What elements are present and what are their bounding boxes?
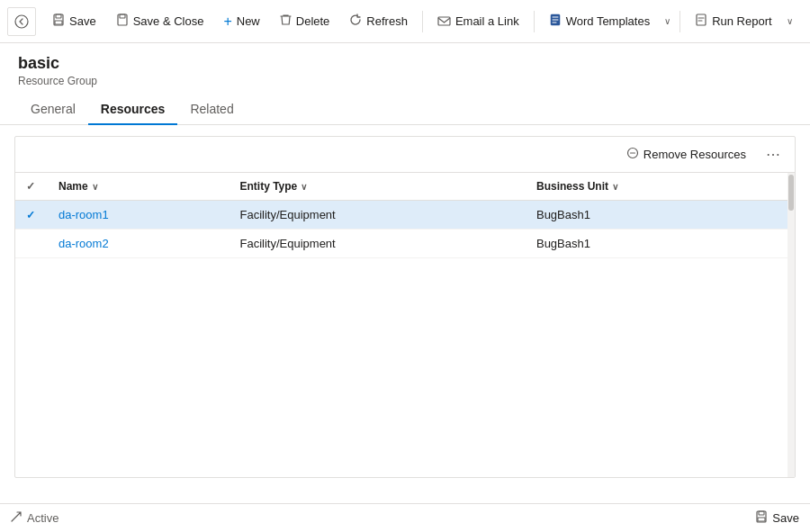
save-label: Save [69,14,96,28]
scrollbar[interactable] [788,173,795,477]
delete-icon [280,14,292,29]
resize-icon [11,511,22,525]
new-button[interactable]: + New [214,8,268,35]
separator3 [680,11,680,32]
main-content: Remove Resources ⋯ ✓ [0,125,810,503]
more-icon: ⋯ [766,147,780,162]
svg-rect-6 [438,17,450,25]
run-report-label: Run Report [712,14,771,28]
refresh-label: Refresh [366,14,408,28]
chevron-down-icon: ∨ [664,16,670,26]
tabs: General Resources Related [0,95,810,125]
status-save-icon [755,510,768,526]
sort-arrow-name: ∨ [92,182,98,192]
row1-checkbox[interactable]: ✓ [15,201,48,230]
report-icon [695,14,707,29]
table-row[interactable]: ✓ da-room2 Facility/Equipment BugBash1 [15,230,788,258]
refresh-button[interactable]: Refresh [340,8,417,34]
tab-general[interactable]: General [18,95,88,125]
save-button[interactable]: Save [43,8,105,34]
row2-entity-type: Facility/Equipment [230,230,526,258]
word-icon [549,14,562,29]
row2-business-unit: BugBash1 [526,230,788,258]
remove-icon [626,147,639,162]
chevron-down-icon2: ∨ [787,16,793,26]
run-report-button-group: Run Report ∨ [686,8,796,34]
grid-container: Remove Resources ⋯ ✓ [14,136,796,478]
separator2 [534,11,535,32]
tab-related[interactable]: Related [177,95,246,125]
email-icon [437,14,451,29]
table-row[interactable]: ✓ da-room1 Facility/Equipment BugBash1 [15,201,788,230]
status-bar: Active Save [0,503,810,532]
svg-rect-2 [56,14,61,18]
sort-arrow-entity: ∨ [301,182,307,192]
delete-label: Delete [296,14,330,28]
email-link-label: Email a Link [455,14,519,28]
row2-name[interactable]: da-room2 [48,230,230,258]
status-label: Active [27,511,58,525]
delete-button[interactable]: Delete [271,8,339,34]
separator [422,11,423,32]
grid-table: ✓ Name ∨ Entity Type [15,173,788,258]
checkbox-header[interactable]: ✓ [15,173,48,201]
svg-rect-3 [55,21,62,24]
svg-rect-5 [120,14,125,18]
save-close-label: Save & Close [133,14,204,28]
save-close-button[interactable]: Save & Close [107,8,213,34]
remove-resources-button[interactable]: Remove Resources [619,143,753,166]
new-icon: + [223,14,231,30]
svg-rect-12 [758,518,765,521]
entity-type-column-header[interactable]: Entity Type ∨ [230,173,526,201]
page-subtitle: Resource Group [18,75,792,87]
word-templates-label: Word Templates [566,14,650,28]
refresh-icon [349,14,362,29]
word-templates-button[interactable]: Word Templates [540,8,659,34]
more-options-button[interactable]: ⋯ [760,142,786,167]
table-header-row: ✓ Name ∨ Entity Type [15,173,788,201]
row1-name[interactable]: da-room1 [48,201,230,230]
scrollbar-thumb[interactable] [788,175,794,211]
save-icon [52,14,65,29]
word-templates-dropdown[interactable]: ∨ [659,11,674,32]
run-report-button[interactable]: Run Report [686,8,780,34]
grid-wrapper: ✓ Name ∨ Entity Type [15,173,795,477]
svg-point-0 [15,15,28,28]
row1-business-unit: BugBash1 [526,201,788,230]
row1-entity-type: Facility/Equipment [230,201,526,230]
row2-checkbox[interactable]: ✓ [15,230,48,258]
name-column-header[interactable]: Name ∨ [48,173,230,201]
run-report-dropdown[interactable]: ∨ [781,11,796,32]
business-unit-column-header[interactable]: Business Unit ∨ [526,173,788,201]
word-templates-button-group: Word Templates ∨ [540,8,674,34]
status-right[interactable]: Save [755,510,799,526]
save-close-icon [116,14,129,29]
page-header: basic Resource Group [0,43,810,95]
toolbar: Save Save & Close + New Delete Refr [0,0,810,43]
page-title: basic [18,54,792,73]
grid-scroll[interactable]: ✓ Name ∨ Entity Type [15,173,788,477]
remove-resources-label: Remove Resources [644,148,746,161]
tab-resources[interactable]: Resources [88,95,178,125]
grid-toolbar: Remove Resources ⋯ [15,137,795,173]
email-link-button[interactable]: Email a Link [428,9,528,34]
back-button[interactable] [7,7,36,36]
sort-arrow-business: ∨ [612,182,618,192]
status-left: Active [11,511,58,525]
new-label: New [237,14,260,28]
svg-rect-8 [697,14,706,25]
status-save-label: Save [772,511,799,525]
